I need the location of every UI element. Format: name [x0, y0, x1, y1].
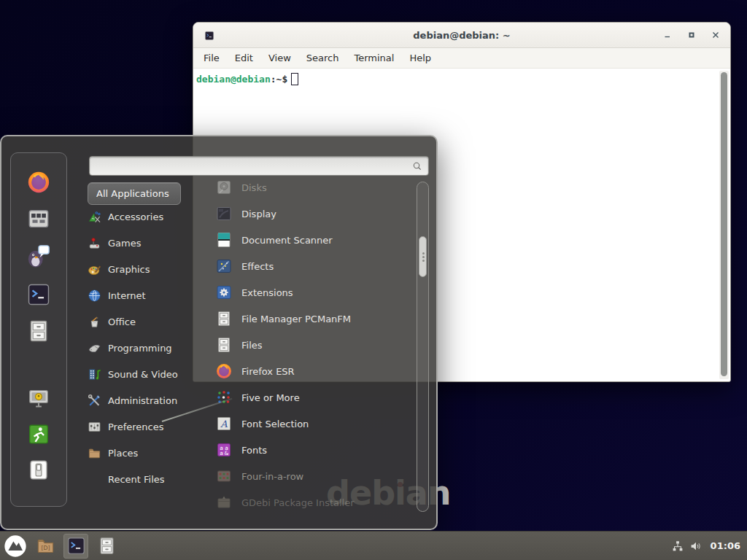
terminal-menu-help[interactable]: Help	[408, 52, 433, 64]
app-label: Effects	[241, 261, 274, 272]
terminal-menu-view[interactable]: View	[267, 52, 293, 64]
category-label: Preferences	[108, 421, 163, 432]
effects-icon	[215, 257, 233, 275]
terminal-menu-terminal[interactable]: Terminal	[352, 52, 395, 64]
window-controls	[663, 23, 720, 47]
software-icon	[26, 206, 51, 231]
svg-text:&: &	[225, 450, 229, 456]
category-programming[interactable]: Programming	[88, 335, 198, 361]
category-recent-files[interactable]: Recent Files	[88, 466, 198, 492]
favorites-column	[10, 152, 67, 507]
category-label: Graphics	[108, 264, 150, 275]
prompt-user-host: debian@debian	[196, 74, 271, 85]
app-label: Extensions	[241, 287, 293, 298]
category-places[interactable]: Places	[88, 440, 198, 466]
category-sound-video[interactable]: Sound & Video	[88, 361, 198, 387]
app-firefox-esr[interactable]: Firefox ESR	[215, 358, 414, 384]
clock[interactable]: 01:06	[711, 540, 740, 551]
app-four-in-a-row[interactable]: Four-in-a-row	[215, 463, 414, 489]
file-cabinet-icon	[26, 319, 51, 343]
menu-search-bar[interactable]	[89, 156, 429, 176]
app-document-scanner[interactable]: Document Scanner	[215, 227, 414, 253]
favorite-chat-button[interactable]	[26, 244, 51, 268]
application-list: DisksDisplayDocument ScannerEffectsExten…	[215, 174, 414, 516]
search-icon	[411, 160, 423, 172]
window-maximize-icon[interactable]	[687, 31, 696, 39]
chat-icon	[26, 244, 51, 268]
menu-button[interactable]	[4, 534, 27, 558]
category-label: Accessories	[108, 211, 163, 222]
category-games[interactable]: Games	[88, 230, 198, 256]
terminal-app-icon	[26, 282, 51, 307]
category-label: Games	[108, 238, 141, 249]
file-cabinet-icon	[97, 536, 117, 556]
category-internet[interactable]: Internet	[88, 282, 198, 308]
font-selection-icon: A	[215, 415, 233, 432]
category-graphics[interactable]: Graphics	[88, 256, 198, 282]
session-quit-button[interactable]	[28, 459, 50, 481]
taskbar-file-manager-folder-button[interactable]: [D]	[33, 534, 58, 559]
application-list-scrollbar-thumb[interactable]	[419, 236, 427, 277]
app-display[interactable]: Display	[215, 201, 414, 227]
session-log-out-button[interactable]	[28, 423, 50, 446]
all-applications-button[interactable]: All Applications	[88, 182, 181, 205]
app-extensions[interactable]: Extensions	[215, 279, 414, 306]
app-label: File Manager PCManFM	[241, 314, 351, 324]
category-office[interactable]: Office	[88, 308, 198, 335]
log-out-icon	[28, 423, 50, 446]
terminal-menu-search[interactable]: Search	[305, 52, 341, 64]
file-cabinet-icon	[215, 336, 233, 354]
office-icon	[88, 315, 101, 329]
window-close-icon[interactable]	[711, 31, 720, 39]
taskbar-terminal-button[interactable]	[63, 534, 88, 559]
category-label: Office	[108, 316, 136, 327]
application-list-scrollbar[interactable]	[417, 182, 429, 512]
category-administration[interactable]: Administration	[88, 387, 198, 413]
app-font-selection[interactable]: AFont Selection	[215, 411, 414, 437]
taskbar-file-manager-button[interactable]	[94, 534, 119, 559]
terminal-menu-edit[interactable]: Edit	[233, 52, 255, 64]
app-file-manager-pcmanfm[interactable]: File Manager PCManFM	[215, 306, 414, 332]
app-gdebi-package-installer[interactable]: GDebi Package Installer	[215, 489, 414, 516]
app-files[interactable]: Files	[215, 332, 414, 358]
lock-screen-icon	[28, 387, 50, 410]
window-minimize-icon[interactable]	[663, 31, 672, 39]
favorite-file-manager-button[interactable]	[26, 319, 51, 343]
terminal-scrollbar-thumb[interactable]	[721, 72, 727, 376]
administration-icon	[88, 394, 101, 408]
app-label: Disks	[241, 182, 267, 193]
volume-icon[interactable]	[689, 540, 703, 553]
favorite-terminal-button[interactable]	[26, 282, 51, 307]
gdebi-icon	[215, 494, 233, 511]
preferences-icon	[88, 420, 101, 434]
svg-text:[D]: [D]	[41, 545, 50, 551]
extensions-icon	[215, 284, 233, 301]
programming-icon	[88, 341, 101, 355]
fonts-icon: aaa&	[215, 441, 233, 459]
graphics-icon	[88, 262, 101, 276]
accessories-icon	[88, 210, 101, 224]
terminal-scrollbar[interactable]	[719, 71, 729, 379]
search-input[interactable]	[95, 159, 411, 174]
terminal-titlebar[interactable]: debian@debian: ~	[193, 23, 730, 48]
category-preferences[interactable]: Preferences	[88, 413, 198, 440]
network-icon[interactable]	[671, 540, 684, 553]
app-label: Fonts	[241, 445, 267, 456]
terminal-menu-file[interactable]: File	[202, 52, 221, 64]
app-fonts[interactable]: aaa&Fonts	[215, 437, 414, 463]
favorite-firefox-button[interactable]	[26, 170, 51, 195]
session-lock-screen-button[interactable]	[28, 387, 50, 410]
system-tray	[671, 540, 703, 553]
app-effects[interactable]: Effects	[215, 253, 414, 279]
category-accessories[interactable]: Accessories	[88, 203, 198, 230]
app-five-or-more[interactable]: Five or More	[215, 384, 414, 411]
app-label: Display	[241, 209, 276, 219]
display-icon	[215, 205, 233, 222]
lmde-logo-icon	[4, 534, 27, 558]
terminal-app-icon	[66, 536, 86, 556]
app-disks[interactable]: Disks	[215, 174, 414, 201]
app-label: Five or More	[241, 392, 300, 403]
terminal-window-title: debian@debian: ~	[413, 30, 510, 41]
app-label: Document Scanner	[241, 235, 333, 246]
favorite-software-button[interactable]	[26, 206, 51, 231]
